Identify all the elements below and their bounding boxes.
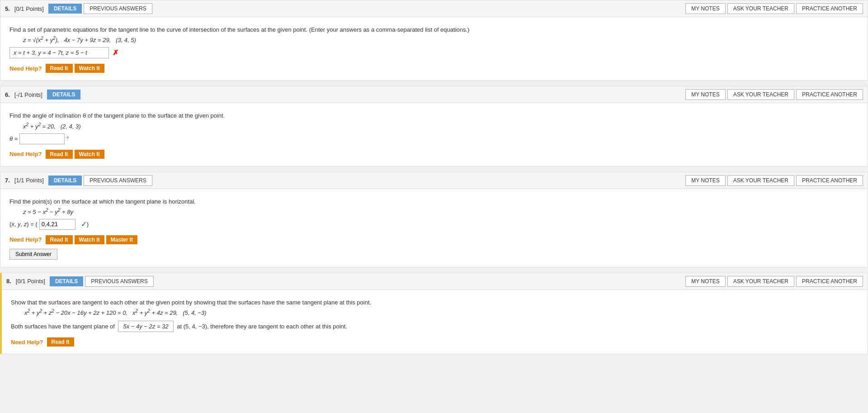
q8-header: 8. [0/1 Points] DETAILS PREVIOUS ANSWERS… — [2, 273, 868, 290]
q7-submit-button[interactable]: Submit Answer — [9, 249, 57, 260]
q5-answer-box: x = t + 3, y = 4 − 7t, z = 5 − t — [9, 47, 109, 58]
q7-math-line: z = 5 − x2 − y2 + 8y — [23, 208, 859, 215]
q8-details-button[interactable]: DETAILS — [50, 276, 83, 286]
q7-details-button[interactable]: DETAILS — [48, 176, 82, 185]
q6-points: [-/1 Points] — [14, 91, 42, 98]
q6-need-help: Need Help? Read It Watch It — [9, 150, 859, 159]
q6-practice-another-button[interactable]: PRACTICE ANOTHER — [796, 89, 863, 100]
q6-math-text: x2 + y2 = 20, (2, 4, 3) — [23, 123, 80, 130]
q8-points: [0/1 Points] — [16, 278, 45, 285]
q6-body: Find the angle of inclination θ of the t… — [0, 103, 868, 166]
q5-ask-teacher-button[interactable]: ASK YOUR TEACHER — [727, 3, 794, 14]
q8-tangent-intro: Both surfaces have the tangent plane of — [11, 323, 115, 330]
q7-practice-another-button[interactable]: PRACTICE ANOTHER — [796, 175, 863, 186]
q8-need-help-label: Need Help? — [11, 339, 43, 346]
q6-watch-it-button[interactable]: Watch It — [75, 150, 104, 159]
q6-my-notes-button[interactable]: MY NOTES — [685, 89, 725, 100]
q8-math-line: x2 + y2 + z2 − 20x − 16y + 2z + 120 = 0,… — [24, 309, 859, 316]
question-5: 5. [0/1 Points] DETAILS PREVIOUS ANSWERS… — [0, 0, 868, 81]
q5-body: Find a set of parametric equations for t… — [0, 17, 868, 80]
q7-need-help-label: Need Help? — [9, 236, 42, 243]
q5-answer-value: x = t + 3, y = 4 − 7t, z = 5 − t — [14, 49, 87, 56]
q7-math-text: z = 5 − x2 − y2 + 8y — [23, 209, 73, 215]
q5-math-line: z = √(x2 + y2), 4x − 7y + 9z = 29, (3, 4… — [23, 36, 859, 43]
q5-number: 5. — [5, 5, 10, 12]
q8-tangent-plane-eq: 5x − 4y − 2z = 32 — [118, 321, 173, 332]
q8-prev-answers-button[interactable]: PREVIOUS ANSWERS — [85, 276, 153, 287]
q8-practice-another-button[interactable]: PRACTICE ANOTHER — [796, 276, 863, 287]
q8-my-notes-button[interactable]: MY NOTES — [685, 276, 725, 287]
q8-need-help: Need Help? Read It — [11, 337, 859, 347]
q6-ask-teacher-button[interactable]: ASK YOUR TEACHER — [727, 89, 794, 100]
q7-my-notes-button[interactable]: MY NOTES — [685, 175, 725, 186]
q5-header: 5. [0/1 Points] DETAILS PREVIOUS ANSWERS… — [0, 0, 868, 17]
q7-ask-teacher-button[interactable]: ASK YOUR TEACHER — [727, 175, 794, 186]
q8-number: 8. — [6, 278, 11, 285]
q5-question-text: Find a set of parametric equations for t… — [9, 26, 859, 33]
q6-theta-label: θ = — [9, 135, 18, 142]
q6-need-help-label: Need Help? — [9, 151, 42, 157]
q7-correct-indicator: ✓ — [81, 220, 87, 228]
q6-theta-row: θ = ° — [9, 133, 859, 144]
q6-read-it-button[interactable]: Read It — [46, 150, 73, 159]
q7-watch-it-button[interactable]: Watch It — [75, 235, 104, 244]
q7-master-it-button[interactable]: Master It — [106, 235, 137, 244]
q7-prev-answers-button[interactable]: PREVIOUS ANSWERS — [84, 175, 152, 186]
q5-details-button[interactable]: DETAILS — [48, 4, 82, 14]
q5-need-help-label: Need Help? — [9, 65, 42, 72]
q6-number: 6. — [5, 91, 10, 98]
q5-practice-another-button[interactable]: PRACTICE ANOTHER — [796, 3, 863, 14]
q7-number: 7. — [5, 177, 10, 184]
q8-math-text: x2 + y2 + z2 − 20x − 16y + 2z + 120 = 0,… — [24, 309, 207, 316]
question-8: 8. [0/1 Points] DETAILS PREVIOUS ANSWERS… — [0, 273, 868, 354]
q8-read-it-button[interactable]: Read It — [47, 337, 74, 347]
q5-watch-it-button[interactable]: Watch It — [75, 64, 104, 73]
q7-need-help: Need Help? Read It Watch It Master It — [9, 235, 859, 244]
q7-points: [1/1 Points] — [14, 177, 44, 184]
q7-xyz-close: ) — [87, 221, 89, 228]
q8-tangent-end: at (5, 4, −3), therefore they are tangen… — [177, 323, 347, 330]
q8-ask-teacher-button[interactable]: ASK YOUR TEACHER — [727, 276, 794, 287]
q6-math-line: x2 + y2 = 20, (2, 4, 3) — [23, 122, 859, 129]
q8-body: Show that the surfaces are tangent to ea… — [2, 290, 868, 354]
q5-need-help: Need Help? Read It Watch It — [9, 64, 859, 73]
q7-header: 7. [1/1 Points] DETAILS PREVIOUS ANSWERS… — [0, 172, 868, 189]
q7-xyz-input[interactable] — [39, 219, 75, 230]
q6-header: 6. [-/1 Points] DETAILS MY NOTES ASK YOU… — [0, 86, 868, 103]
q8-tangent-plane-text: Both surfaces have the tangent plane of … — [11, 321, 859, 332]
q5-points: [0/1 Points] — [14, 5, 44, 12]
q7-xyz-row: (x, y, z) = ( ✓ ) — [9, 219, 859, 230]
q5-wrong-indicator: ✗ — [113, 48, 118, 57]
q6-details-button[interactable]: DETAILS — [47, 90, 80, 100]
q5-read-it-button[interactable]: Read It — [46, 64, 73, 73]
q5-answer-row: x = t + 3, y = 4 − 7t, z = 5 − t ✗ — [9, 47, 859, 58]
q6-theta-unit: ° — [66, 135, 69, 142]
q5-my-notes-button[interactable]: MY NOTES — [685, 3, 725, 14]
question-7: 7. [1/1 Points] DETAILS PREVIOUS ANSWERS… — [0, 172, 868, 267]
q7-body: Find the point(s) on the surface at whic… — [0, 189, 868, 267]
q8-question-text: Show that the surfaces are tangent to ea… — [11, 299, 859, 306]
q5-math-text: z = √(x2 + y2), 4x − 7y + 9z = 29, (3, 4… — [23, 37, 136, 43]
q7-read-it-button[interactable]: Read It — [46, 235, 73, 244]
q6-theta-input[interactable] — [19, 133, 65, 144]
q7-question-text: Find the point(s) on the surface at whic… — [9, 198, 859, 205]
q5-prev-answers-button[interactable]: PREVIOUS ANSWERS — [84, 3, 152, 14]
q6-question-text: Find the angle of inclination θ of the t… — [9, 112, 859, 119]
question-6: 6. [-/1 Points] DETAILS MY NOTES ASK YOU… — [0, 86, 868, 166]
q7-xyz-label: (x, y, z) = ( — [9, 221, 38, 228]
